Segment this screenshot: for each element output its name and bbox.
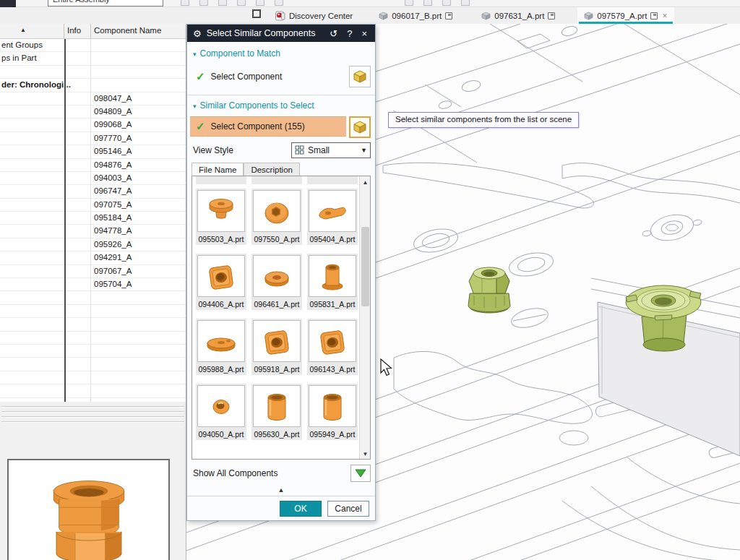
tab-097579-active[interactable]: 097579_A.prt × — [577, 7, 674, 24]
part-thumbnail-block — [197, 255, 245, 297]
component-row[interactable]: 095184_A — [0, 212, 186, 225]
navigator-column-header[interactable]: ▲ Info Component Name — [0, 24, 186, 39]
tab-097631[interactable]: 097631_A.prt — [475, 7, 562, 24]
component-row[interactable]: 095146_A — [0, 145, 186, 158]
part-label: 095918_A.prt — [253, 362, 301, 374]
app-menu-fragment[interactable] — [0, 0, 16, 7]
check-icon: ✓ — [196, 70, 205, 83]
tree-row[interactable]: ent Groups — [0, 39, 186, 52]
component-row[interactable]: 098047_A — [0, 92, 186, 105]
empty-row[interactable] — [0, 345, 186, 358]
collapse-caret-icon: ▾ — [193, 51, 197, 58]
empty-row[interactable] — [0, 318, 186, 331]
part-cell[interactable]: 095630_A.prt — [251, 384, 302, 440]
window-restore-icon[interactable] — [252, 9, 261, 18]
scroll-up-icon[interactable]: ▲ — [360, 176, 371, 187]
part-cell[interactable]: 094406_A.prt — [196, 254, 246, 310]
part-thumbnail-ring — [197, 385, 245, 427]
dialog-collapse-arrow[interactable]: ▲ — [192, 483, 371, 496]
component-row[interactable]: 094778_A — [0, 225, 186, 238]
reset-icon[interactable]: ↺ — [327, 28, 340, 39]
tooltip: Select similar components from the list … — [388, 112, 579, 128]
tab-close-icon[interactable]: × — [661, 11, 668, 21]
part-cell[interactable]: 096143_A.prt — [307, 319, 358, 375]
make-displayed-part-icon[interactable] — [445, 12, 452, 20]
make-displayed-part-icon[interactable] — [650, 12, 658, 20]
component-row[interactable]: 097075_A — [0, 199, 186, 212]
select-similar-button[interactable] — [349, 116, 371, 138]
dialog-title: Select Similar Components — [207, 28, 323, 38]
part-cell[interactable]: 097550_A.prt — [251, 189, 302, 245]
tree-row[interactable]: ps in Part — [0, 52, 186, 65]
navigator-bottom-area — [0, 402, 186, 560]
component-row[interactable]: 096747_A — [0, 185, 186, 198]
sort-arrow-icon[interactable]: ▲ — [20, 27, 26, 33]
panel-splitter[interactable] — [1, 406, 184, 408]
component-row[interactable]: 097067_A — [0, 265, 186, 278]
scroll-down-icon[interactable]: ▼ — [360, 448, 371, 459]
part-label: 095630_A.prt — [253, 427, 301, 439]
show-all-components-label: Show All Components — [192, 468, 350, 478]
component-row[interactable]: 097770_A — [0, 132, 186, 145]
group-component-to-match[interactable]: ▾Component to Match — [192, 45, 371, 61]
part-cell[interactable]: 095503_A.prt — [196, 189, 246, 245]
make-displayed-part-icon[interactable] — [548, 12, 555, 20]
component-row[interactable]: 094809_A — [0, 105, 186, 119]
part-cell[interactable]: 096461_A.prt — [251, 254, 302, 310]
component-row[interactable]: 099068_A — [0, 119, 186, 132]
tree-row-order[interactable]: der: Chronologi... — [0, 79, 186, 92]
document-tabbar: Discovery Center 096017_B.prt 097631_A.p… — [0, 7, 740, 24]
component-row[interactable]: 095704_A — [0, 278, 186, 291]
column-header-info[interactable]: Info — [67, 26, 81, 35]
part-cell[interactable]: 095831_A.prt — [307, 254, 358, 310]
show-all-components-button[interactable] — [350, 465, 371, 482]
list-scrollbar[interactable]: ▲ ▼ — [359, 176, 370, 459]
cancel-button[interactable]: Cancel — [327, 501, 369, 517]
select-component-button[interactable] — [349, 66, 371, 87]
part-thumbnail-plate — [197, 320, 245, 362]
empty-row[interactable] — [0, 371, 186, 384]
part-cell[interactable]: 095949_A.prt — [307, 384, 358, 440]
help-icon[interactable]: ? — [345, 28, 354, 39]
empty-row[interactable] — [0, 291, 186, 304]
panel-splitter[interactable] — [1, 416, 184, 418]
tree-row[interactable] — [0, 66, 186, 79]
collapse-caret-icon: ▾ — [193, 103, 197, 110]
part-label: 095503_A.prt — [197, 232, 245, 244]
part-thumbnail-tube — [309, 385, 356, 427]
chevron-down-icon: ▼ — [361, 147, 367, 154]
close-icon[interactable]: × — [359, 28, 369, 39]
tab-description[interactable]: Description — [244, 163, 300, 176]
empty-row[interactable] — [0, 358, 186, 371]
panel-splitter[interactable] — [1, 411, 184, 413]
select-similar-row-active[interactable]: ✓ Select Component (155) — [190, 116, 346, 137]
component-row[interactable]: 094876_A — [0, 159, 186, 172]
scrollbar-thumb[interactable] — [361, 227, 369, 306]
column-splitter[interactable] — [64, 39, 66, 402]
part-cell[interactable]: 094050_A.prt — [196, 384, 246, 440]
select-component-row[interactable]: ✓ Select Component — [192, 66, 371, 87]
selection-scope-input[interactable]: Entire Assembly — [48, 0, 163, 7]
part-cell[interactable]: 095918_A.prt — [251, 319, 302, 375]
empty-row[interactable] — [0, 384, 186, 397]
part-cell[interactable]: 095988_A.prt — [196, 319, 246, 375]
component-preview — [7, 459, 170, 560]
panel-splitter[interactable] — [1, 421, 184, 423]
component-row[interactable]: 094291_A — [0, 251, 186, 264]
empty-row[interactable] — [0, 305, 186, 318]
part-label: 094050_A.prt — [197, 427, 245, 439]
component-row[interactable]: 095926_A — [0, 238, 186, 251]
view-style-dropdown[interactable]: Small ▼ — [291, 142, 371, 158]
cube-icon — [352, 69, 368, 85]
dialog-titlebar[interactable]: ⚙ Select Similar Components ↺ ? × — [187, 25, 375, 42]
part-cell[interactable]: 095404_A.prt — [307, 189, 358, 245]
tab-discovery-center[interactable]: Discovery Center — [269, 7, 359, 24]
ok-button[interactable]: OK — [280, 501, 322, 517]
tab-file-name[interactable]: File Name — [192, 163, 244, 176]
tab-096017[interactable]: 096017_B.prt — [372, 7, 459, 24]
column-header-component-name[interactable]: Component Name — [94, 26, 161, 35]
group-similar-components[interactable]: ▾Similar Components to Select — [192, 97, 371, 113]
empty-row[interactable] — [0, 332, 186, 345]
part-label: 096461_A.prt — [253, 297, 301, 309]
component-row[interactable]: 094003_A — [0, 172, 186, 185]
